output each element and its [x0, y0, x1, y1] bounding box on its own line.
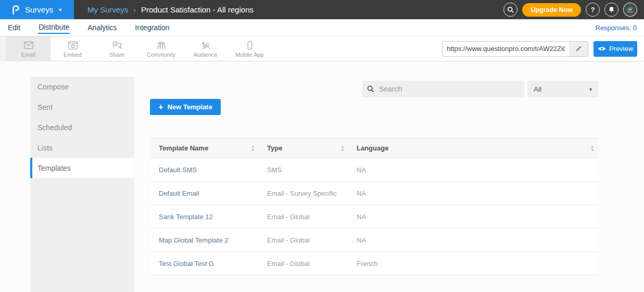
- toolbar-item-share[interactable]: Share: [95, 36, 139, 61]
- sidebar-item-lists[interactable]: Lists: [30, 137, 134, 158]
- tab-integration[interactable]: Integration: [134, 22, 170, 33]
- template-type: Email - Global: [259, 252, 349, 275]
- sort-icon[interactable]: [251, 145, 255, 151]
- table-row: Default Email Email - Survey Specific NA: [151, 182, 599, 205]
- column-header-template-name[interactable]: Template Name: [151, 138, 259, 158]
- toolbar-item-label: Community: [147, 52, 176, 58]
- sort-icon[interactable]: [340, 145, 345, 151]
- preview-button[interactable]: Preview: [594, 41, 637, 57]
- template-type: SMS: [259, 158, 349, 182]
- avatar-gauge-icon: [624, 3, 637, 17]
- surveys-product-menu[interactable]: Surveys ▾: [0, 0, 74, 19]
- global-search-button[interactable]: [503, 3, 517, 17]
- sidebar-item-compose[interactable]: Compose: [30, 77, 134, 97]
- help-button[interactable]: ?: [586, 3, 600, 17]
- sort-icon[interactable]: [590, 145, 595, 151]
- breadcrumb-separator: ›: [133, 6, 136, 14]
- search-icon: [507, 6, 514, 14]
- new-template-button[interactable]: + New Template: [150, 99, 221, 115]
- product-label: Surveys: [25, 5, 53, 14]
- templates-table: Template Name Type Language Default SMS: [151, 138, 599, 275]
- template-type: Email - Survey Specific: [259, 182, 349, 205]
- survey-url-box: [442, 41, 588, 57]
- breadcrumb: My Surveys › Product Satisfaction - All …: [87, 5, 254, 14]
- search-icon: [367, 85, 374, 93]
- toolbar-item-mobile-app[interactable]: Mobile App: [228, 36, 272, 61]
- sidebar-item-sent[interactable]: Sent: [30, 97, 134, 117]
- tab-analytics[interactable]: Analytics: [87, 22, 117, 33]
- content-area: Compose Sent Scheduled Lists Templates A…: [0, 62, 644, 292]
- template-language: NA: [349, 228, 599, 252]
- template-language: French: [349, 252, 599, 275]
- toolbar-right: Preview: [442, 41, 637, 57]
- breadcrumb-my-surveys-link[interactable]: My Surveys: [87, 5, 128, 14]
- template-language: NA: [349, 182, 599, 205]
- share-icon: [111, 40, 123, 50]
- toolbar-item-label: Mobile App: [235, 52, 263, 58]
- question-mark-icon: ?: [591, 6, 595, 14]
- column-header-type[interactable]: Type: [259, 138, 349, 158]
- account-avatar[interactable]: [623, 3, 637, 17]
- embed-icon: [67, 40, 79, 50]
- sidebar-item-templates[interactable]: Templates: [30, 158, 134, 178]
- toolbar-item-community[interactable]: Community: [139, 36, 183, 61]
- survey-nav: Edit Distribute Analytics Integration Re…: [0, 19, 644, 36]
- toolbar-left-strip: [0, 36, 6, 61]
- toolbar-item-label: Share: [109, 52, 124, 58]
- type-filter-dropdown[interactable]: All ▾: [527, 81, 598, 97]
- table-row: Sank Template 12 Email - Global NA: [151, 205, 599, 228]
- type-filter-value: All: [534, 85, 541, 93]
- table-row: Test Global Test G Email - Global French: [151, 252, 599, 275]
- template-name-link[interactable]: Sank Template 12: [151, 205, 259, 228]
- toolbar-item-label: Audience: [194, 52, 218, 58]
- template-search-input[interactable]: [379, 85, 519, 93]
- tab-edit[interactable]: Edit: [7, 22, 21, 33]
- edit-url-button[interactable]: [569, 42, 588, 56]
- tab-distribute[interactable]: Distribute: [38, 21, 70, 34]
- responses-count-link[interactable]: Responses: 0: [596, 24, 637, 32]
- table-header-row: Template Name Type Language: [151, 138, 599, 158]
- notifications-button[interactable]: [604, 3, 618, 17]
- table-row: Map Global Template 2 Email - Global NA: [151, 228, 599, 252]
- toolbar-item-audience[interactable]: Audience: [183, 36, 228, 61]
- template-language: NA: [349, 158, 599, 182]
- chevron-down-icon: ▾: [59, 7, 61, 12]
- audience-icon: [199, 40, 212, 50]
- toolbar-item-embed[interactable]: Embed: [50, 36, 95, 61]
- chevron-down-icon: ▾: [589, 86, 592, 92]
- pencil-icon: [575, 45, 582, 53]
- column-header-language[interactable]: Language: [349, 138, 599, 158]
- survey-url-input[interactable]: [443, 42, 569, 56]
- toolbar-item-label: Email: [21, 52, 36, 58]
- sidebar-item-scheduled[interactable]: Scheduled: [30, 117, 134, 137]
- topbar-actions: Upgrade Now ?: [503, 3, 637, 17]
- preview-button-label: Preview: [609, 45, 633, 53]
- questionpro-logo-icon: [10, 4, 20, 16]
- distribute-toolbar: Email Embed Share: [0, 36, 644, 61]
- toolbar-item-email[interactable]: Email: [6, 36, 50, 61]
- eye-icon: [598, 46, 606, 52]
- bell-icon: [608, 6, 615, 14]
- email-icon: [22, 40, 35, 50]
- upgrade-now-button[interactable]: Upgrade Now: [522, 3, 581, 17]
- template-search-box: [362, 81, 524, 97]
- topbar: Surveys ▾ My Surveys › Product Satisfact…: [0, 0, 644, 19]
- template-name-link[interactable]: Default Email: [151, 182, 259, 205]
- toolbar-item-label: Embed: [64, 52, 82, 58]
- community-icon: [155, 40, 168, 50]
- app-window: Surveys ▾ My Surveys › Product Satisfact…: [0, 0, 644, 292]
- mobile-app-icon: [244, 40, 256, 50]
- template-type: Email - Global: [259, 228, 349, 252]
- table-row: Default SMS SMS NA: [151, 158, 599, 182]
- template-language: NA: [349, 205, 599, 228]
- template-name-link[interactable]: Test Global Test G: [151, 252, 259, 275]
- template-name-link[interactable]: Map Global Template 2: [151, 228, 259, 252]
- email-sidebar: Compose Sent Scheduled Lists Templates: [30, 77, 134, 292]
- new-template-button-label: New Template: [167, 103, 212, 111]
- template-name-link[interactable]: Default SMS: [151, 158, 259, 182]
- page-title: Product Satisfaction - All regions: [141, 5, 254, 14]
- template-type: Email - Global: [259, 205, 349, 228]
- plus-icon: +: [158, 103, 163, 111]
